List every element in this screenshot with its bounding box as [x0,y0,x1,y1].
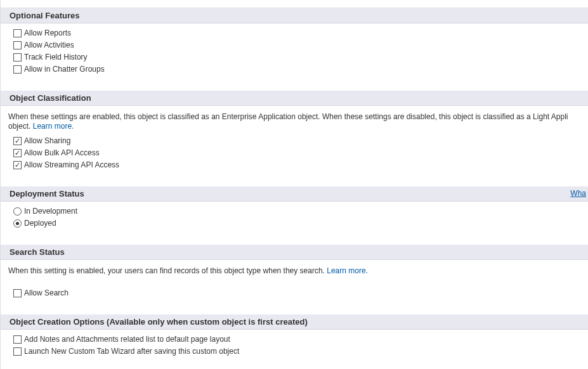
radio-label: In Development [24,206,77,217]
checkbox-allow-search[interactable] [13,289,22,297]
learn-more-link-search[interactable]: Learn more. [327,266,368,275]
checkbox-row-allow-chatter-groups: Allow in Chatter Groups [4,63,585,75]
checkbox-label: Allow Activities [24,40,74,51]
section-gap [1,235,588,245]
section-title: Object Classification [10,93,91,103]
section-header-object-classification: Object Classification [1,91,588,106]
section-header-optional-features: Optional Features [1,8,588,23]
section-gap [1,81,588,91]
desc-text: When this setting is enabled, your users… [8,266,327,275]
desc-line2: object. [8,122,33,131]
desc-line1: When these settings are enabled, this ob… [8,112,568,121]
radio-row-deployed: Deployed [4,217,585,230]
section-title: Deployment Status [10,189,84,198]
checkbox-allow-streaming-api[interactable] [13,161,22,169]
checkbox-label: Allow Sharing [24,136,70,146]
section-gap [1,304,588,314]
learn-more-link-classification[interactable]: Learn more. [33,122,74,131]
radio-label: Deployed [24,218,56,229]
checkbox-row-allow-sharing: Allow Sharing [4,135,585,147]
section-gap [1,363,588,369]
search-status-desc: When this setting is enabled, your users… [4,264,585,280]
checkbox-label: Allow Search [24,288,69,299]
checkbox-add-notes[interactable] [13,335,22,344]
section-body-object-classification: When these settings are enabled, this ob… [1,106,588,176]
checkbox-allow-chatter-groups[interactable] [13,65,22,74]
section-body-search-status: When this setting is enabled, your users… [1,260,588,304]
section-header-search-status: Search Status [1,245,588,260]
checkbox-launch-wizard[interactable] [13,347,22,356]
checkbox-row-launch-wizard: Launch New Custom Tab Wizard after savin… [4,346,585,358]
spacer-top [1,0,588,8]
checkbox-row-allow-activities: Allow Activities [4,39,585,51]
checkbox-row-add-notes: Add Notes and Attachments related list t… [4,333,585,346]
checkbox-label: Allow Bulk API Access [24,148,100,159]
checkbox-row-allow-search: Allow Search [4,287,585,299]
checkbox-row-allow-streaming-api: Allow Streaming API Access [4,159,585,171]
checkbox-label: Allow Reports [24,28,71,39]
checkbox-label: Allow in Chatter Groups [24,64,105,75]
section-body-deployment-status: In Development Deployed [1,202,588,235]
section-title: Object Creation Options (Available only … [10,317,308,327]
section-gap [1,176,588,186]
checkbox-allow-activities[interactable] [13,41,22,49]
checkbox-row-allow-reports: Allow Reports [4,27,585,39]
checkbox-row-track-field-history: Track Field History [4,51,585,63]
checkbox-row-allow-bulk-api: Allow Bulk API Access [4,147,585,159]
section-title: Search Status [10,247,65,257]
section-header-deployment-status: Deployment Status Wha [1,186,588,202]
radio-deployed[interactable] [13,219,22,228]
section-header-object-creation-options: Object Creation Options (Available only … [1,314,588,330]
spacer [4,280,585,287]
checkbox-allow-sharing[interactable] [13,137,22,145]
section-body-optional-features: Allow Reports Allow Activities Track Fie… [1,23,588,81]
section-body-object-creation-options: Add Notes and Attachments related list t… [1,330,588,363]
deployment-status-help-link[interactable]: Wha [570,189,586,198]
checkbox-label: Allow Streaming API Access [24,160,119,171]
checkbox-allow-bulk-api[interactable] [13,149,22,157]
checkbox-label: Add Notes and Attachments related list t… [24,334,230,345]
checkbox-allow-reports[interactable] [13,29,22,37]
radio-row-in-development: In Development [4,205,585,217]
checkbox-label: Launch New Custom Tab Wizard after savin… [24,346,239,357]
radio-in-development[interactable] [13,207,22,216]
checkbox-label: Track Field History [24,52,88,63]
checkbox-track-field-history[interactable] [13,53,22,62]
object-classification-desc: When these settings are enabled, this ob… [4,110,585,135]
section-title: Optional Features [10,11,80,20]
